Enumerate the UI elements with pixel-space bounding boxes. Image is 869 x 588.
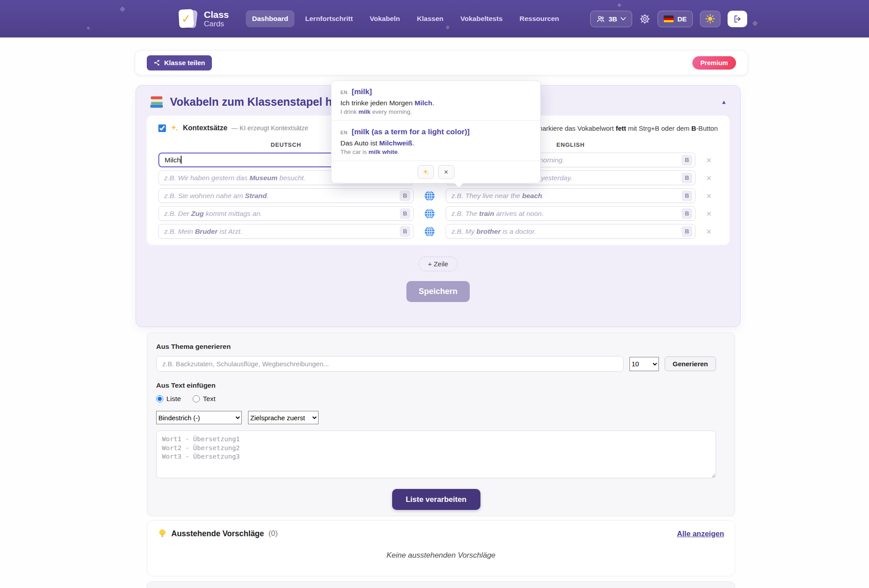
english-input[interactable]: z.B. My brother is a doctor.B — [446, 224, 695, 239]
pending-suggestions-card: Ausstehende Vorschläge (0) Alle anzeigen… — [147, 520, 735, 576]
collapse-button[interactable]: ▲ — [721, 99, 727, 105]
bold-button[interactable]: B — [400, 226, 410, 237]
nav-item-vokabeln[interactable]: Vokabeln — [364, 10, 406, 27]
globe-icon — [424, 208, 435, 219]
remove-row-button[interactable]: × — [703, 227, 715, 236]
generate-card: Aus Thema generieren 10 Generieren Aus T… — [147, 332, 735, 516]
settings-button[interactable] — [639, 13, 650, 25]
input-text: z.B. They live near the beach. — [451, 192, 682, 200]
theme-toggle[interactable] — [700, 11, 720, 27]
english-input[interactable]: z.B. They live near the beach.B — [446, 188, 695, 203]
german-input[interactable]: z.B. Sie wohnen nahe am Strand.B — [158, 188, 414, 203]
brand[interactable]: ✓ Class Cards — [178, 8, 229, 29]
share-icon — [153, 59, 160, 66]
nav-item-vokabeltests[interactable]: Vokabeltests — [454, 10, 509, 27]
table-row: z.B. Der Zug kommt mittags an.Bz.B. The … — [158, 206, 718, 221]
radio-text-input[interactable] — [193, 395, 200, 402]
chevron-down-icon — [621, 17, 626, 21]
text-caret — [181, 156, 182, 164]
share-class-label: Klasse teilen — [164, 59, 205, 66]
class-selector[interactable]: 3B — [590, 11, 632, 27]
bold-button[interactable]: B — [682, 226, 692, 237]
separator-select[interactable]: Bindestrich (-) — [156, 411, 242, 424]
example-sentence: Das Auto ist Milchweiß. — [340, 139, 531, 147]
count-select[interactable]: 10 — [629, 357, 659, 371]
example-translation: I drink milk every morning. — [340, 108, 531, 115]
premium-badge: Premium — [692, 56, 736, 70]
context-checkbox-hint: — KI erzeugt Kontextsätze — [232, 124, 308, 132]
table-row: z.B. Mein Bruder ist Arzt.Bz.B. My broth… — [158, 224, 718, 239]
brand-name: Class — [204, 9, 229, 20]
add-row-button[interactable]: + Zeile — [418, 257, 457, 271]
suggestions-title: Ausstehende Vorschläge — [171, 529, 264, 538]
logout-icon — [733, 14, 742, 24]
suggestions-empty-text: Keine ausstehenden Vorschläge — [158, 551, 724, 560]
context-suggestion-popup: EN[milk]Ich trinke jeden Morgen Milch.I … — [331, 80, 541, 183]
sun-icon — [705, 14, 715, 24]
main-nav: DashboardLernfortschrittVokabelnKlassenV… — [246, 10, 565, 27]
regenerate-suggestions-button[interactable] — [418, 165, 434, 179]
lightbulb-icon — [158, 529, 167, 538]
suggestion-entry[interactable]: EN[milk]Ich trinke jeden Morgen Milch.I … — [331, 81, 540, 120]
bold-button[interactable]: B — [400, 190, 410, 201]
check-icon: ✓ — [181, 12, 191, 25]
topic-input[interactable] — [156, 356, 624, 372]
suggestion-term: [milk (as a term for a light color)] — [352, 128, 470, 137]
save-button[interactable]: Speichern — [406, 281, 470, 302]
context-checkbox[interactable] — [158, 124, 166, 132]
input-text: z.B. Der Zug kommt mittags an. — [164, 210, 400, 218]
logout-button[interactable] — [728, 11, 747, 27]
close-popup-button[interactable]: × — [438, 165, 455, 179]
generate-button[interactable]: Generieren — [665, 356, 716, 371]
gear-icon — [639, 13, 650, 25]
sparkles-icon — [170, 124, 179, 133]
bold-formatting-hint: und markiere das Vokabelwort fett mit St… — [524, 124, 718, 132]
process-list-button[interactable]: Liste verarbeiten — [392, 489, 480, 510]
example-translation: The car is milk white. — [340, 149, 531, 155]
remove-row-button[interactable]: × — [703, 191, 715, 200]
input-text: z.B. Mein Bruder ist Arzt. — [164, 228, 400, 236]
table-row: z.B. Sie wohnen nahe am Strand.Bz.B. The… — [158, 188, 718, 203]
paste-section-label: Aus Text einfügen — [156, 381, 716, 389]
suggestion-term: [milk] — [352, 87, 372, 96]
nav-item-klassen[interactable]: Klassen — [411, 10, 450, 27]
nav-item-ressourcen[interactable]: Ressourcen — [513, 10, 566, 27]
bold-button[interactable]: B — [682, 208, 692, 219]
bold-button[interactable]: B — [682, 173, 692, 183]
users-icon — [596, 15, 605, 23]
share-class-button[interactable]: Klasse teilen — [147, 55, 212, 70]
radio-text[interactable]: Text — [193, 395, 215, 403]
remove-row-button[interactable]: × — [703, 209, 715, 218]
view-all-link[interactable]: Alle anzeigen — [677, 530, 724, 538]
share-toolbar-card: Klasse teilen Premium — [135, 50, 748, 75]
suggestions-count: (0) — [269, 529, 278, 538]
navbar: ✓ Class Cards DashboardLernfortschrittVo… — [0, 0, 869, 37]
bold-button[interactable]: B — [682, 190, 692, 201]
radio-liste[interactable]: Liste — [156, 395, 181, 403]
remove-row-button[interactable]: × — [703, 156, 715, 165]
translate-globe-button[interactable] — [421, 208, 439, 219]
sparkle-decoration — [752, 21, 758, 26]
translate-globe-button[interactable] — [421, 226, 439, 237]
language-label: DE — [677, 15, 687, 23]
class-selector-label: 3B — [608, 15, 617, 23]
suggestion-entry[interactable]: EN[milk (as a term for a light color)]Da… — [331, 120, 540, 161]
bold-button[interactable]: B — [682, 155, 692, 166]
remove-row-button[interactable]: × — [703, 174, 715, 182]
nav-item-dashboard[interactable]: Dashboard — [246, 10, 294, 27]
context-checkbox-label[interactable]: Kontextsätze — [183, 124, 228, 132]
nav-item-lernfortschritt[interactable]: Lernfortschritt — [299, 10, 359, 27]
german-input[interactable]: z.B. Mein Bruder ist Arzt.B — [158, 224, 414, 239]
sparkle-decoration — [120, 6, 125, 12]
example-sentence: Ich trinke jeden Morgen Milch. — [340, 99, 531, 107]
english-input[interactable]: z.B. The train arrives at noon.B — [446, 206, 695, 221]
globe-icon — [424, 190, 435, 202]
bold-button[interactable]: B — [400, 208, 410, 219]
translate-globe-button[interactable] — [421, 190, 439, 202]
radio-liste-label: Liste — [166, 395, 181, 403]
radio-liste-input[interactable] — [156, 395, 163, 402]
order-select[interactable]: Zielsprache zuerst — [248, 411, 319, 424]
paste-list-textarea[interactable] — [156, 431, 716, 478]
language-selector[interactable]: DE — [658, 11, 693, 27]
german-input[interactable]: z.B. Der Zug kommt mittags an.B — [158, 206, 414, 221]
